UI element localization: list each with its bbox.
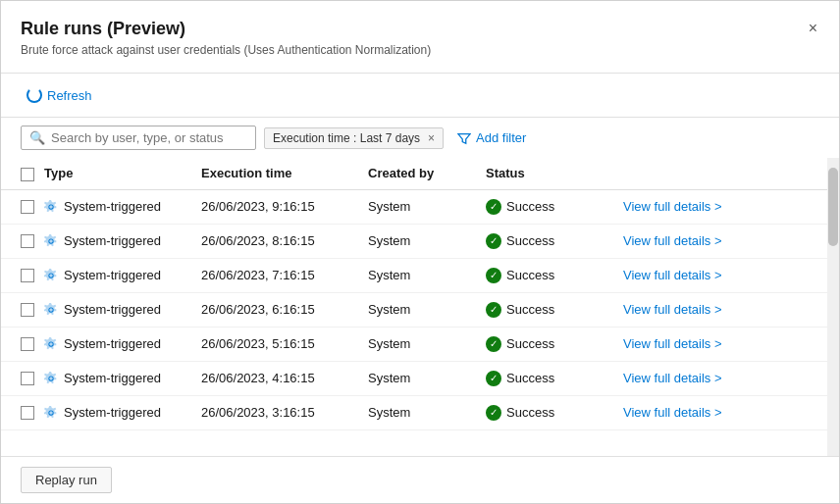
search-icon: 🔍	[29, 130, 45, 145]
table-area: Type Execution time Created by Status	[1, 158, 839, 456]
system-triggered-icon	[44, 303, 58, 317]
row-type-label-6: System-triggered	[64, 405, 161, 420]
replay-run-button[interactable]: Replay run	[21, 467, 112, 493]
view-full-details-link-5[interactable]: View full details >	[623, 371, 722, 385]
row-created-by-2: System	[360, 258, 478, 292]
system-triggered-icon	[44, 269, 58, 282]
filter-icon	[457, 131, 471, 145]
table-scroll[interactable]: Type Execution time Created by Status	[1, 158, 827, 456]
search-box[interactable]: 🔍	[21, 126, 256, 150]
row-status-label-4: Success	[506, 336, 554, 351]
row-actions-5: View full details >	[615, 361, 827, 395]
filter-bar: 🔍 Execution time : Last 7 days × Add fil…	[1, 118, 839, 158]
row-execution-time-3: 26/06/2023, 6:16:15	[193, 292, 360, 327]
row-status-label-6: Success	[506, 405, 554, 420]
row-status-6: ✓ Success	[478, 395, 615, 429]
row-status-2: ✓ Success	[478, 258, 615, 292]
row-type-label-5: System-triggered	[64, 371, 161, 385]
view-full-details-link-1[interactable]: View full details >	[623, 233, 722, 248]
row-checkbox-cell	[1, 189, 36, 224]
row-status-0: ✓ Success	[478, 189, 615, 224]
row-created-by-4: System	[360, 327, 478, 361]
success-icon-1: ✓	[486, 233, 501, 249]
row-actions-3: View full details >	[615, 292, 827, 327]
search-input[interactable]	[51, 130, 247, 145]
row-execution-time-0: 26/06/2023, 9:16:15	[193, 189, 360, 224]
table-row: System-triggered 26/06/2023, 8:16:15 Sys…	[1, 224, 827, 258]
row-type-label-0: System-triggered	[64, 199, 161, 214]
close-button[interactable]: ×	[803, 17, 823, 40]
system-triggered-icon	[44, 200, 58, 214]
row-checkbox-6[interactable]	[21, 406, 34, 420]
success-icon-2: ✓	[486, 268, 501, 283]
row-status-label-5: Success	[506, 371, 554, 385]
row-type-cell-4: System-triggered	[36, 327, 193, 361]
row-type-label-2: System-triggered	[64, 268, 161, 282]
row-execution-time-2: 26/06/2023, 7:16:15	[193, 258, 360, 292]
table-row: System-triggered 26/06/2023, 5:16:15 Sys…	[1, 327, 827, 361]
toolbar: Refresh	[1, 74, 839, 117]
header-actions	[615, 158, 827, 189]
refresh-icon	[26, 87, 42, 103]
row-checkbox-3[interactable]	[21, 303, 34, 317]
row-checkbox-cell	[1, 327, 36, 361]
view-full-details-link-4[interactable]: View full details >	[623, 336, 722, 351]
view-full-details-link-2[interactable]: View full details >	[623, 268, 722, 282]
filter-tag-label: Execution time : Last 7 days	[273, 131, 420, 145]
refresh-button[interactable]: Refresh	[21, 83, 98, 107]
header-type: Type	[36, 158, 193, 189]
row-actions-4: View full details >	[615, 327, 827, 361]
row-type-label-3: System-triggered	[64, 302, 161, 317]
header-checkbox[interactable]	[1, 158, 36, 189]
table-row: System-triggered 26/06/2023, 3:16:15 Sys…	[1, 395, 827, 429]
row-created-by-0: System	[360, 189, 478, 224]
success-icon-6: ✓	[486, 405, 501, 421]
row-created-by-5: System	[360, 361, 478, 395]
filter-tag-close-button[interactable]: ×	[428, 131, 435, 145]
success-icon-0: ✓	[486, 199, 501, 215]
row-checkbox-cell	[1, 292, 36, 327]
row-status-1: ✓ Success	[478, 224, 615, 258]
view-full-details-link-0[interactable]: View full details >	[623, 199, 722, 214]
row-actions-0: View full details >	[615, 189, 827, 224]
row-type-cell-3: System-triggered	[36, 292, 193, 327]
add-filter-button[interactable]: Add filter	[451, 126, 532, 149]
row-type-cell-1: System-triggered	[36, 224, 193, 258]
row-created-by-6: System	[360, 395, 478, 429]
row-type-cell-5: System-triggered	[36, 361, 193, 395]
row-checkbox-5[interactable]	[21, 372, 34, 385]
scrollbar-track[interactable]	[827, 158, 839, 456]
row-actions-2: View full details >	[615, 258, 827, 292]
runs-table: Type Execution time Created by Status	[1, 158, 827, 430]
view-full-details-link-3[interactable]: View full details >	[623, 302, 722, 317]
success-icon-3: ✓	[486, 302, 501, 318]
row-type-cell-2: System-triggered	[36, 258, 193, 292]
row-checkbox-0[interactable]	[21, 200, 34, 214]
row-checkbox-2[interactable]	[21, 269, 34, 282]
row-status-label-1: Success	[506, 233, 554, 248]
row-execution-time-6: 26/06/2023, 3:16:15	[193, 395, 360, 429]
system-triggered-icon	[44, 406, 58, 420]
dialog-title: Rule runs (Preview)	[21, 19, 819, 39]
success-icon-5: ✓	[486, 371, 501, 386]
row-status-label-0: Success	[506, 199, 554, 214]
row-checkbox-cell	[1, 258, 36, 292]
row-checkbox-4[interactable]	[21, 337, 34, 351]
scrollbar-thumb[interactable]	[828, 168, 838, 246]
view-full-details-link-6[interactable]: View full details >	[623, 405, 722, 420]
add-filter-label: Add filter	[476, 130, 526, 145]
footer: Replay run	[1, 456, 839, 503]
header-created-by: Created by	[360, 158, 478, 189]
row-created-by-1: System	[360, 224, 478, 258]
dialog-header: Rule runs (Preview) Brute force attack a…	[1, 1, 839, 63]
refresh-label: Refresh	[47, 88, 92, 103]
row-created-by-3: System	[360, 292, 478, 327]
row-status-label-3: Success	[506, 302, 554, 317]
row-checkbox-1[interactable]	[21, 234, 34, 248]
row-type-cell-0: System-triggered	[36, 189, 193, 224]
row-checkbox-cell	[1, 361, 36, 395]
rule-runs-dialog: Rule runs (Preview) Brute force attack a…	[0, 0, 840, 504]
select-all-checkbox[interactable]	[21, 168, 34, 181]
table-row: System-triggered 26/06/2023, 9:16:15 Sys…	[1, 189, 827, 224]
row-checkbox-cell	[1, 224, 36, 258]
